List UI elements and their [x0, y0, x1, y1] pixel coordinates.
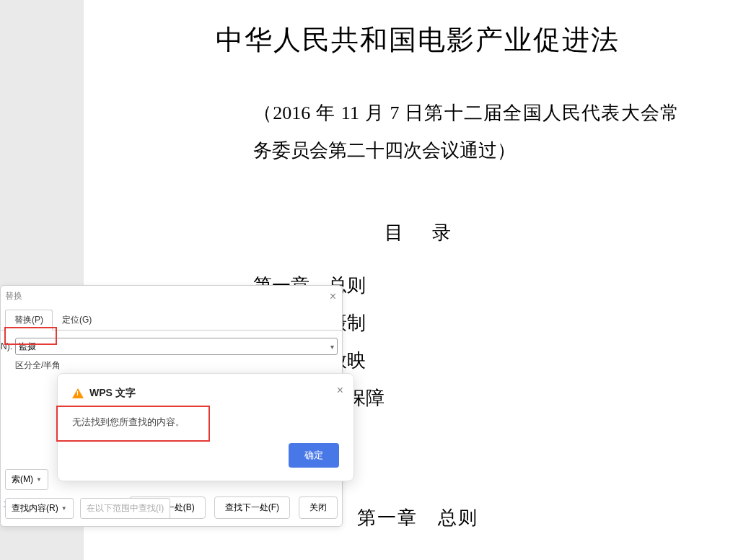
document-title: 中华人民共和国电影产业促进法: [120, 22, 715, 58]
dialog-title-suffix: 替换: [1, 286, 342, 305]
msg-title-row: WPS 文字: [72, 387, 339, 400]
close-icon[interactable]: ×: [330, 290, 336, 303]
toc-header: 目录: [120, 220, 715, 245]
tab-replace[interactable]: 替换(P): [5, 310, 53, 331]
close-icon[interactable]: ×: [337, 384, 343, 397]
chevron-down-icon: ▼: [36, 476, 42, 483]
chevron-down-icon: ▼: [61, 505, 67, 512]
ok-button[interactable]: 确定: [289, 443, 339, 468]
msg-content: 无法找到您所查找的内容。: [72, 416, 339, 429]
document-subtitle: （2016 年 11 月 7 日第十二届全国人民代表大会常务委员会第二十四次会议…: [253, 95, 679, 170]
hidden-scope-item: 在以下范围中查找(I): [80, 498, 170, 519]
warning-icon: [72, 388, 84, 398]
find-input-label: N):: [1, 341, 12, 351]
bottom-row-2: 查找内容(R) ▼ 在以下范围中查找(I) 查找上一处(B) 查找下一处(F) …: [1, 496, 342, 519]
message-dialog: WPS 文字 × 无法找到您所查找的内容。 确定: [57, 373, 354, 481]
search-content-label: 查找内容(R): [12, 502, 58, 515]
tab-goto[interactable]: 定位(G): [53, 310, 101, 331]
options-label: 区分全/半角: [1, 356, 342, 375]
find-next-button[interactable]: 查找下一处(F): [214, 496, 290, 519]
search-mode-label: 索(M): [12, 473, 33, 486]
find-input[interactable]: [19, 338, 330, 354]
find-tabs: 替换(P) 定位(G): [1, 310, 342, 331]
chevron-down-icon[interactable]: ▾: [330, 343, 334, 351]
search-content-dropdown[interactable]: 查找内容(R) ▼: [5, 498, 74, 519]
msg-title: WPS 文字: [89, 387, 136, 400]
close-button[interactable]: 关闭: [299, 496, 338, 519]
find-input-wrapper: ▾: [15, 338, 338, 355]
find-input-row: N): ▾: [1, 331, 342, 356]
search-mode-dropdown[interactable]: 索(M) ▼: [5, 469, 48, 490]
